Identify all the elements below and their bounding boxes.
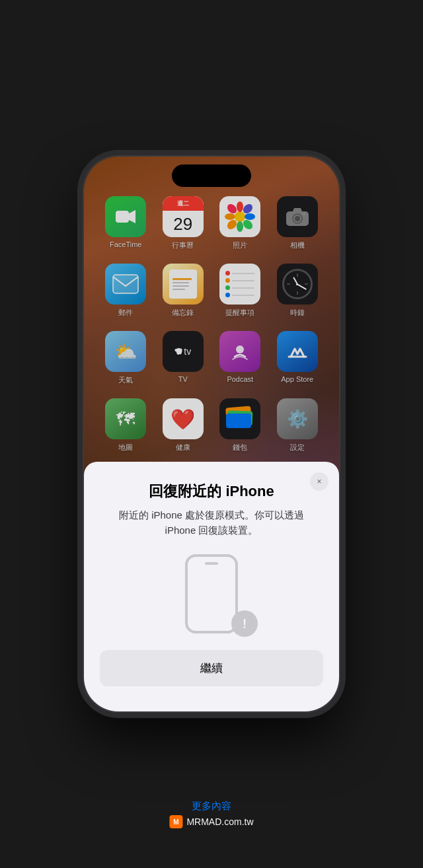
dialog-close-button[interactable]: × [310,472,328,491]
warning-badge-icon: ! [231,610,258,637]
dialog-title: 回復附近的 iPhone [149,482,274,501]
more-content-link[interactable]: 更多內容 [192,800,231,813]
dialog-sheet: × 回復附近的 iPhone 附近的 iPhone 處於復原模式。你可以透過iP… [84,462,339,711]
page-footer: 更多內容 M MRMAD.com.tw [169,800,253,828]
home-screen: FaceTime 週二 29 行事曆 [84,157,339,711]
phone-frame: FaceTime 週二 29 行事曆 [83,155,340,713]
brand-name: MRMAD.com.tw [186,816,253,827]
phone-outline-icon [185,554,238,633]
dialog-overlay: × 回復附近的 iPhone 附近的 iPhone 處於復原模式。你可以透過iP… [84,394,339,711]
dialog-illustration: ! [172,551,251,637]
brand-bar: M MRMAD.com.tw [169,815,253,828]
continue-button[interactable]: 繼續 [100,650,323,686]
brand-logo-icon: M [169,815,182,828]
dialog-message: 附近的 iPhone 處於復原模式。你可以透過iPhone 回復該裝置。 [119,508,304,538]
